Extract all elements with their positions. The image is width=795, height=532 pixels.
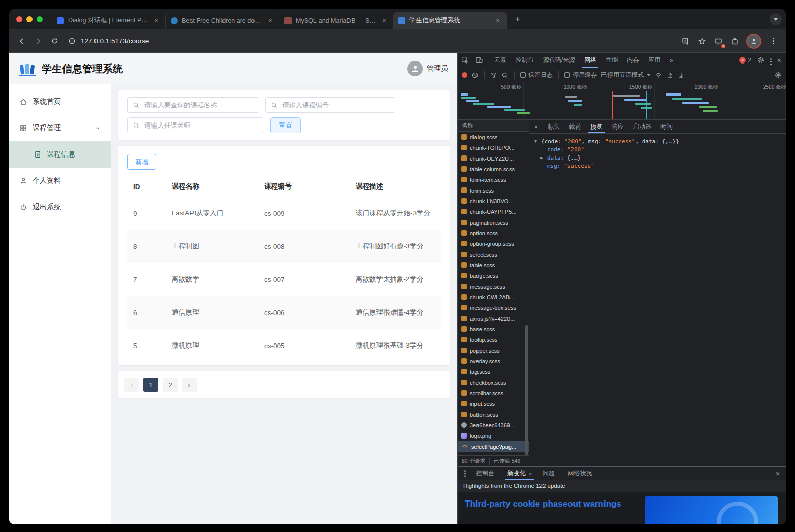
devtools-settings-gear-icon[interactable]: [757, 56, 765, 64]
devtools-tab[interactable]: 源代码/来源: [538, 53, 580, 68]
url-text[interactable]: 127.0.0.1:5173/course: [81, 37, 149, 45]
caret-collapsed-icon[interactable]: ▶: [540, 155, 547, 160]
details-tab[interactable]: 标头: [543, 120, 564, 133]
request-row[interactable]: 3ea6beec64369...: [458, 420, 529, 430]
error-count-badge[interactable]: 2: [739, 57, 751, 64]
user-area[interactable]: 管理员: [407, 61, 448, 76]
json-msg-line[interactable]: msg: "success": [534, 162, 786, 170]
device-toolbar-icon[interactable]: [472, 53, 486, 68]
requests-name-header[interactable]: 名称: [458, 120, 529, 132]
browser-menu-kebab-icon[interactable]: [766, 34, 781, 49]
request-row[interactable]: overlay.scss: [458, 356, 529, 366]
request-row[interactable]: dialog.scss: [458, 132, 529, 142]
disable-cache-checkbox[interactable]: 停用缓存: [564, 71, 597, 79]
network-conditions-icon[interactable]: [655, 71, 662, 79]
request-row[interactable]: popper.scss: [458, 345, 529, 356]
request-row[interactable]: message-box.scss: [458, 302, 529, 313]
request-row[interactable]: chunk-CWL2AB...: [458, 292, 529, 302]
drawer-menu-kebab-icon[interactable]: [459, 467, 471, 480]
drawer-tab[interactable]: 控制台: [471, 467, 502, 480]
bookmark-star-icon[interactable]: [694, 34, 710, 49]
scrollbar-thumb[interactable]: [525, 325, 528, 455]
request-row[interactable]: form-item.scss: [458, 174, 529, 185]
new-tab-button[interactable]: +: [511, 13, 524, 26]
profile-avatar[interactable]: [747, 35, 760, 48]
json-data-line[interactable]: ▶ data: {,…}: [534, 153, 786, 162]
json-root-line[interactable]: ▼ {code: "200", msg: "success", data: {,…: [534, 137, 786, 145]
request-row[interactable]: message.scss: [458, 281, 529, 292]
request-row[interactable]: badge.scss: [458, 270, 529, 281]
course-name-input[interactable]: [127, 97, 259, 113]
devtools-tab[interactable]: 元素: [490, 53, 511, 68]
request-row[interactable]: chunk-UAYPFP5...: [458, 206, 529, 217]
page-number-button[interactable]: 1: [143, 378, 158, 392]
request-row[interactable]: chunk-LN3BVO...: [458, 196, 529, 206]
clear-network-log-icon[interactable]: [471, 72, 479, 79]
sidebar-item-course-management[interactable]: 课程管理: [9, 115, 111, 141]
network-settings-gear-icon[interactable]: [774, 71, 782, 79]
drawer-tab-close-icon[interactable]: ×: [529, 471, 532, 477]
extensions-puzzle-icon[interactable]: [727, 34, 742, 49]
request-row[interactable]: table-column.scss: [458, 164, 529, 174]
drawer-tab[interactable]: 新变化 ×: [502, 467, 537, 480]
caret-expanded-icon[interactable]: ▼: [534, 139, 541, 144]
browser-tab[interactable]: Best Free Children are doing ×: [166, 12, 279, 29]
request-row[interactable]: select.scss: [458, 249, 529, 260]
drawer-tab[interactable]: 问题: [537, 467, 562, 480]
browser-tab[interactable]: 学生信息管理系统 ×: [393, 12, 507, 29]
forward-button[interactable]: [30, 34, 46, 49]
zoom-window-button[interactable]: [37, 16, 43, 22]
request-row[interactable]: checkbox.scss: [458, 377, 529, 388]
table-row[interactable]: 8 工程制图 cs-008 工程制图好有趣-3学分: [127, 230, 441, 263]
request-row[interactable]: chunk-TGHLPO...: [458, 142, 529, 153]
details-tab[interactable]: 载荷: [564, 120, 586, 133]
table-row[interactable]: 9 FastAPI从零入门 cs-009 该门课程从零开始-3学分: [127, 197, 441, 230]
preserve-log-checkbox[interactable]: 保留日志: [520, 71, 553, 79]
devtools-tab[interactable]: 控制台: [511, 53, 538, 68]
request-row[interactable]: base.scss: [458, 324, 529, 334]
request-row[interactable]: chunk-OEYZ2U...: [458, 153, 529, 164]
reload-button[interactable]: [47, 34, 62, 49]
site-info-icon[interactable]: [68, 37, 76, 45]
sidebar-item-logout[interactable]: 退出系统: [9, 194, 111, 221]
table-row[interactable]: 5 微机原理 cs-005 微机原理很基础-3学分: [127, 329, 441, 362]
request-row[interactable]: axios.js?v=4220...: [458, 313, 529, 324]
devtools-tab[interactable]: 网络: [580, 53, 601, 68]
request-row[interactable]: table.scss: [458, 260, 529, 270]
record-network-log-button[interactable]: [462, 72, 467, 78]
teacher-input[interactable]: [127, 117, 263, 133]
page-number-button[interactable]: 2: [163, 378, 178, 392]
request-row[interactable]: input.scss: [458, 398, 529, 409]
add-course-button[interactable]: 新增: [127, 154, 156, 170]
tab-close-icon[interactable]: ×: [266, 17, 274, 25]
close-details-icon[interactable]: ×: [529, 120, 543, 133]
sidebar-item-course-info[interactable]: 课程信息: [9, 141, 111, 168]
devtools-tab[interactable]: 性能: [601, 53, 622, 68]
back-button[interactable]: [14, 34, 29, 49]
details-tab[interactable]: 预览: [586, 120, 607, 133]
prev-page-button[interactable]: ‹: [124, 378, 139, 392]
next-page-button[interactable]: ›: [182, 378, 197, 392]
throttling-select[interactable]: 已停用节流模式: [601, 71, 651, 79]
address-bar[interactable]: 127.0.0.1:5173/course: [63, 37, 677, 45]
import-har-icon[interactable]: [666, 72, 674, 79]
request-row[interactable]: selectPage?pag...: [458, 441, 529, 452]
request-row[interactable]: button.scss: [458, 409, 529, 420]
tab-close-icon[interactable]: ×: [494, 17, 502, 25]
devtools-close-icon[interactable]: ×: [777, 56, 781, 65]
tab-close-icon[interactable]: ×: [152, 17, 161, 25]
tab-close-icon[interactable]: ×: [380, 17, 388, 25]
filter-funnel-icon[interactable]: [490, 72, 497, 79]
details-tab[interactable]: 启动器: [628, 120, 656, 133]
tab-search-button[interactable]: [770, 13, 782, 25]
translate-icon[interactable]: 文: [678, 34, 693, 49]
inspect-element-icon[interactable]: [458, 53, 472, 68]
drawer-close-icon[interactable]: ×: [771, 467, 785, 480]
search-network-icon[interactable]: [501, 72, 508, 79]
details-tab[interactable]: 响应: [607, 120, 628, 133]
browser-tab[interactable]: MySQL and MariaDB — SQLA ×: [279, 12, 393, 29]
course-code-input[interactable]: [265, 97, 395, 113]
request-row[interactable]: tag.scss: [458, 366, 529, 377]
drawer-tab[interactable]: 网络状况: [562, 467, 600, 480]
devtools-tab[interactable]: 内存: [622, 53, 644, 68]
